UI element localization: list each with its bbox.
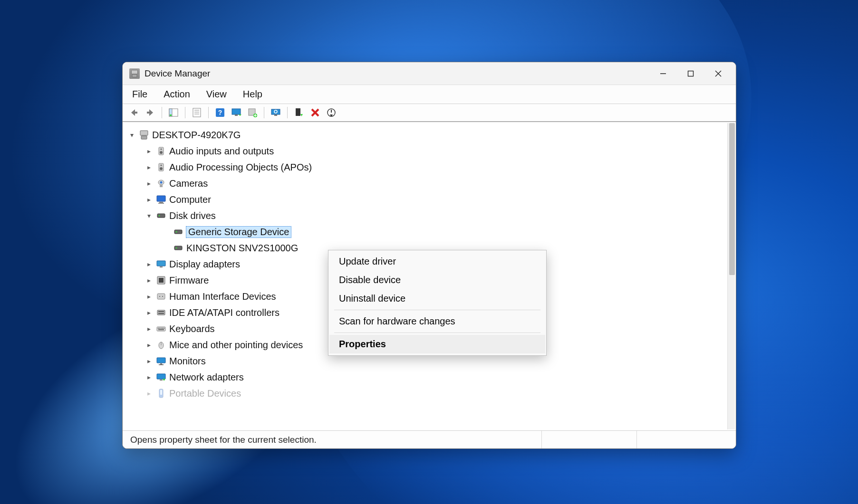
disable-icon bbox=[326, 107, 337, 118]
context-properties[interactable]: Properties bbox=[329, 335, 545, 353]
toolbar-forward-button[interactable] bbox=[143, 106, 158, 119]
chevron-right-icon[interactable]: ▸ bbox=[145, 293, 153, 300]
tree-item-audio-processing-objects[interactable]: ▸ Audio Processing Objects (APOs) bbox=[127, 159, 736, 175]
tree-root-label: DESKTOP-4920K7G bbox=[152, 130, 241, 141]
svg-rect-48 bbox=[170, 114, 172, 116]
chevron-right-icon[interactable]: ▸ bbox=[145, 147, 153, 155]
chevron-right-icon[interactable]: ▸ bbox=[145, 260, 153, 268]
arrow-left-icon bbox=[129, 107, 139, 118]
uninstall-icon bbox=[310, 107, 320, 118]
chevron-right-icon[interactable]: ▸ bbox=[145, 180, 153, 187]
tree-item-network-adapters[interactable]: ▸ Network adapters bbox=[127, 369, 736, 385]
tree-item-cameras[interactable]: ▸ Cameras bbox=[127, 175, 736, 191]
menu-action[interactable]: Action bbox=[162, 88, 192, 101]
menu-help[interactable]: Help bbox=[241, 88, 264, 101]
monitor-icon bbox=[156, 356, 166, 366]
speaker-icon bbox=[156, 162, 166, 172]
menubar: File Action View Help bbox=[123, 85, 736, 104]
tree-item-audio-inputs-outputs[interactable]: ▸ Audio inputs and outputs bbox=[127, 143, 736, 159]
toolbar-add-drivers-button[interactable] bbox=[245, 106, 260, 119]
context-separator bbox=[334, 310, 540, 310]
titlebar: Device Manager bbox=[123, 62, 736, 85]
disk-icon bbox=[156, 210, 166, 221]
svg-rect-44 bbox=[135, 112, 137, 114]
context-menu: Update driver Disable device Uninstall d… bbox=[328, 250, 547, 356]
enable-device-icon bbox=[294, 107, 304, 118]
display-icon bbox=[156, 259, 166, 269]
tree-root[interactable]: ▾ DESKTOP-4920K7G bbox=[127, 127, 736, 143]
toolbar-disable-button[interactable] bbox=[324, 106, 339, 119]
svg-rect-49 bbox=[193, 108, 201, 117]
context-disable-device[interactable]: Disable device bbox=[329, 271, 545, 289]
statusbar: Opens property sheet for the current sel… bbox=[123, 430, 736, 448]
statusbar-cell-2 bbox=[542, 431, 637, 448]
hid-icon bbox=[156, 291, 166, 302]
toolbar-update-driver-button[interactable] bbox=[268, 106, 283, 119]
maximize-button[interactable] bbox=[677, 63, 704, 85]
toolbar: ? bbox=[123, 104, 736, 122]
window-title: Device Manager bbox=[145, 68, 210, 79]
context-separator bbox=[334, 333, 540, 333]
network-icon bbox=[156, 372, 166, 382]
context-uninstall-device[interactable]: Uninstall device bbox=[329, 289, 545, 308]
chevron-down-icon[interactable]: ▾ bbox=[145, 212, 153, 219]
scan-hardware-icon bbox=[231, 107, 241, 118]
chevron-right-icon[interactable]: ▸ bbox=[145, 341, 153, 349]
computer-icon bbox=[156, 194, 166, 205]
help-icon: ? bbox=[215, 107, 225, 118]
chevron-right-icon[interactable]: ▸ bbox=[145, 276, 153, 284]
chevron-right-icon[interactable]: ▸ bbox=[145, 325, 153, 333]
mouse-icon bbox=[156, 340, 166, 350]
chevron-right-icon[interactable]: ▸ bbox=[145, 309, 153, 316]
chevron-right-icon[interactable]: ▸ bbox=[145, 390, 153, 397]
tree-item-computer[interactable]: ▸ Computer bbox=[127, 191, 736, 208]
toolbar-scan-button[interactable] bbox=[229, 106, 244, 119]
tree-pane-icon bbox=[168, 107, 179, 118]
toolbar-enable-button[interactable] bbox=[291, 106, 307, 119]
menu-file[interactable]: File bbox=[130, 88, 149, 101]
ide-icon bbox=[156, 307, 166, 318]
keyboard-icon bbox=[156, 323, 166, 334]
statusbar-cell-3 bbox=[637, 431, 732, 448]
portable-icon bbox=[156, 388, 166, 399]
toolbar-properties-button[interactable] bbox=[189, 106, 204, 119]
arrow-right-icon bbox=[145, 107, 155, 118]
toolbar-uninstall-button[interactable] bbox=[308, 106, 323, 119]
camera-icon bbox=[156, 178, 166, 189]
context-update-driver[interactable]: Update driver bbox=[329, 252, 545, 271]
close-button[interactable] bbox=[704, 63, 732, 85]
svg-rect-55 bbox=[232, 109, 241, 114]
svg-rect-41 bbox=[688, 71, 694, 76]
add-drivers-icon bbox=[247, 107, 258, 118]
svg-rect-56 bbox=[235, 114, 238, 116]
svg-text:?: ? bbox=[218, 109, 222, 116]
svg-rect-64 bbox=[296, 108, 300, 116]
computer-icon bbox=[139, 130, 149, 140]
menu-view[interactable]: View bbox=[204, 88, 229, 101]
tree-item-portable-devices[interactable]: ▸ Portable Devices bbox=[127, 385, 736, 401]
toolbar-back-button[interactable] bbox=[126, 106, 142, 119]
properties-icon bbox=[192, 107, 202, 118]
chevron-right-icon[interactable]: ▸ bbox=[145, 357, 153, 365]
chevron-right-icon[interactable]: ▸ bbox=[145, 163, 153, 171]
firmware-icon bbox=[156, 275, 166, 285]
speaker-icon bbox=[156, 146, 166, 156]
tree-item-generic-storage-device[interactable]: Generic Storage Device bbox=[127, 224, 736, 240]
toolbar-help-button[interactable]: ? bbox=[212, 106, 228, 119]
chevron-right-icon[interactable]: ▸ bbox=[145, 196, 153, 203]
statusbar-text: Opens property sheet for the current sel… bbox=[126, 431, 542, 448]
svg-rect-45 bbox=[147, 112, 150, 114]
app-icon bbox=[129, 68, 140, 79]
svg-rect-62 bbox=[274, 114, 277, 116]
tree-item-disk-drives[interactable]: ▾ Disk drives bbox=[127, 208, 736, 224]
disk-drive-icon bbox=[173, 243, 183, 253]
toolbar-console-tree-button[interactable] bbox=[166, 106, 181, 119]
disk-drive-icon bbox=[173, 227, 183, 237]
update-driver-icon bbox=[270, 107, 281, 118]
context-scan-hardware[interactable]: Scan for hardware changes bbox=[329, 312, 545, 331]
chevron-right-icon[interactable]: ▸ bbox=[145, 373, 153, 381]
scrollbar-thumb[interactable] bbox=[729, 123, 735, 275]
minimize-button[interactable] bbox=[649, 63, 677, 85]
chevron-down-icon[interactable]: ▾ bbox=[127, 131, 136, 139]
